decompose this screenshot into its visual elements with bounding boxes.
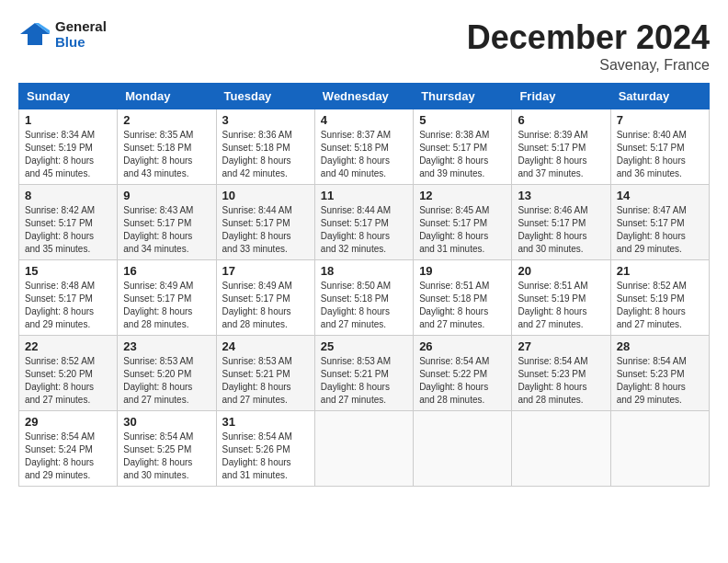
day-number: 24: [222, 339, 309, 353]
day-number: 27: [518, 339, 604, 353]
table-row: 28Sunrise: 8:54 AMSunset: 5:23 PMDayligh…: [610, 336, 709, 411]
logo-text: General Blue: [55, 18, 107, 50]
table-row: [512, 411, 610, 487]
day-detail: Sunrise: 8:47 AMSunset: 5:17 PMDaylight:…: [617, 204, 703, 256]
day-detail: Sunrise: 8:53 AMSunset: 5:20 PMDaylight:…: [123, 355, 210, 407]
table-row: 29Sunrise: 8:54 AMSunset: 5:24 PMDayligh…: [19, 411, 118, 487]
day-detail: Sunrise: 8:54 AMSunset: 5:23 PMDaylight:…: [518, 355, 604, 407]
calendar-table: Sunday Monday Tuesday Wednesday Thursday…: [18, 83, 710, 487]
day-number: 9: [123, 189, 210, 202]
day-detail: Sunrise: 8:49 AMSunset: 5:17 PMDaylight:…: [222, 280, 309, 331]
table-row: 26Sunrise: 8:54 AMSunset: 5:22 PMDayligh…: [414, 336, 512, 411]
table-row: 12Sunrise: 8:45 AMSunset: 5:17 PMDayligh…: [414, 185, 512, 260]
table-row: [414, 411, 512, 487]
table-row: 27Sunrise: 8:54 AMSunset: 5:23 PMDayligh…: [512, 336, 610, 411]
table-row: 9Sunrise: 8:43 AMSunset: 5:17 PMDaylight…: [118, 185, 216, 260]
col-tuesday: Tuesday: [216, 84, 314, 109]
day-detail: Sunrise: 8:51 AMSunset: 5:19 PMDaylight:…: [518, 280, 604, 331]
day-number: 4: [321, 113, 407, 127]
table-row: 7Sunrise: 8:40 AMSunset: 5:17 PMDaylight…: [610, 109, 709, 185]
table-row: [314, 411, 413, 487]
day-number: 20: [518, 264, 604, 278]
col-saturday: Saturday: [610, 84, 709, 109]
table-row: 17Sunrise: 8:49 AMSunset: 5:17 PMDayligh…: [216, 260, 314, 336]
calendar-week-row: 15Sunrise: 8:48 AMSunset: 5:17 PMDayligh…: [19, 260, 710, 336]
day-number: 26: [419, 339, 506, 353]
day-detail: Sunrise: 8:54 AMSunset: 5:26 PMDaylight:…: [222, 431, 309, 482]
day-number: 12: [419, 189, 506, 202]
table-row: 4Sunrise: 8:37 AMSunset: 5:18 PMDaylight…: [314, 109, 413, 185]
table-row: 23Sunrise: 8:53 AMSunset: 5:20 PMDayligh…: [118, 336, 216, 411]
day-detail: Sunrise: 8:51 AMSunset: 5:18 PMDaylight:…: [419, 280, 506, 331]
table-row: 18Sunrise: 8:50 AMSunset: 5:18 PMDayligh…: [314, 260, 413, 336]
day-detail: Sunrise: 8:40 AMSunset: 5:17 PMDaylight:…: [617, 129, 703, 180]
day-detail: Sunrise: 8:46 AMSunset: 5:17 PMDaylight:…: [518, 204, 604, 256]
day-number: 18: [321, 264, 407, 278]
table-row: 8Sunrise: 8:42 AMSunset: 5:17 PMDaylight…: [19, 185, 118, 260]
col-monday: Monday: [118, 84, 216, 109]
day-detail: Sunrise: 8:45 AMSunset: 5:17 PMDaylight:…: [419, 204, 506, 256]
day-detail: Sunrise: 8:42 AMSunset: 5:17 PMDaylight:…: [25, 204, 111, 256]
logo-icon: [18, 21, 51, 47]
table-row: 16Sunrise: 8:49 AMSunset: 5:17 PMDayligh…: [118, 260, 216, 336]
table-row: 14Sunrise: 8:47 AMSunset: 5:17 PMDayligh…: [610, 185, 709, 260]
day-number: 19: [419, 264, 506, 278]
day-number: 6: [518, 113, 604, 127]
logo: General Blue: [18, 18, 107, 50]
table-row: 13Sunrise: 8:46 AMSunset: 5:17 PMDayligh…: [512, 185, 610, 260]
day-number: 22: [25, 339, 111, 353]
table-row: 2Sunrise: 8:35 AMSunset: 5:18 PMDaylight…: [118, 109, 216, 185]
page-header: General Blue December 2024 Savenay, Fran…: [18, 18, 710, 74]
day-detail: Sunrise: 8:48 AMSunset: 5:17 PMDaylight:…: [25, 280, 111, 331]
table-row: 11Sunrise: 8:44 AMSunset: 5:17 PMDayligh…: [314, 185, 413, 260]
day-detail: Sunrise: 8:52 AMSunset: 5:20 PMDaylight:…: [25, 355, 111, 407]
col-wednesday: Wednesday: [314, 84, 413, 109]
day-detail: Sunrise: 8:38 AMSunset: 5:17 PMDaylight:…: [419, 129, 506, 180]
day-number: 21: [617, 264, 703, 278]
table-row: 20Sunrise: 8:51 AMSunset: 5:19 PMDayligh…: [512, 260, 610, 336]
calendar-header-row: Sunday Monday Tuesday Wednesday Thursday…: [19, 84, 710, 109]
col-friday: Friday: [512, 84, 610, 109]
table-row: 15Sunrise: 8:48 AMSunset: 5:17 PMDayligh…: [19, 260, 118, 336]
day-detail: Sunrise: 8:52 AMSunset: 5:19 PMDaylight:…: [617, 280, 703, 331]
table-row: 1Sunrise: 8:34 AMSunset: 5:19 PMDaylight…: [19, 109, 118, 185]
calendar-week-row: 8Sunrise: 8:42 AMSunset: 5:17 PMDaylight…: [19, 185, 710, 260]
day-number: 5: [419, 113, 506, 127]
day-number: 11: [321, 189, 407, 202]
day-detail: Sunrise: 8:43 AMSunset: 5:17 PMDaylight:…: [123, 204, 210, 256]
day-detail: Sunrise: 8:36 AMSunset: 5:18 PMDaylight:…: [222, 129, 309, 180]
month-title: December 2024: [467, 18, 710, 57]
table-row: 21Sunrise: 8:52 AMSunset: 5:19 PMDayligh…: [610, 260, 709, 336]
table-row: 24Sunrise: 8:53 AMSunset: 5:21 PMDayligh…: [216, 336, 314, 411]
calendar-week-row: 1Sunrise: 8:34 AMSunset: 5:19 PMDaylight…: [19, 109, 710, 185]
day-detail: Sunrise: 8:54 AMSunset: 5:25 PMDaylight:…: [123, 431, 210, 482]
day-number: 29: [25, 415, 111, 429]
day-number: 31: [222, 415, 309, 429]
table-row: 10Sunrise: 8:44 AMSunset: 5:17 PMDayligh…: [216, 185, 314, 260]
day-number: 28: [617, 339, 703, 353]
day-number: 3: [222, 113, 309, 127]
table-row: 5Sunrise: 8:38 AMSunset: 5:17 PMDaylight…: [414, 109, 512, 185]
day-detail: Sunrise: 8:37 AMSunset: 5:18 PMDaylight:…: [321, 129, 407, 180]
table-row: 30Sunrise: 8:54 AMSunset: 5:25 PMDayligh…: [118, 411, 216, 487]
day-detail: Sunrise: 8:54 AMSunset: 5:24 PMDaylight:…: [25, 431, 111, 482]
day-number: 7: [617, 113, 703, 127]
table-row: 22Sunrise: 8:52 AMSunset: 5:20 PMDayligh…: [19, 336, 118, 411]
day-number: 1: [25, 113, 111, 127]
day-number: 23: [123, 339, 210, 353]
day-number: 14: [617, 189, 703, 202]
day-detail: Sunrise: 8:53 AMSunset: 5:21 PMDaylight:…: [321, 355, 407, 407]
table-row: 31Sunrise: 8:54 AMSunset: 5:26 PMDayligh…: [216, 411, 314, 487]
day-detail: Sunrise: 8:49 AMSunset: 5:17 PMDaylight:…: [123, 280, 210, 331]
day-number: 8: [25, 189, 111, 202]
svg-marker-0: [20, 23, 50, 45]
calendar-week-row: 29Sunrise: 8:54 AMSunset: 5:24 PMDayligh…: [19, 411, 710, 487]
table-row: 25Sunrise: 8:53 AMSunset: 5:21 PMDayligh…: [314, 336, 413, 411]
table-row: 6Sunrise: 8:39 AMSunset: 5:17 PMDaylight…: [512, 109, 610, 185]
location-subtitle: Savenay, France: [467, 57, 710, 74]
col-sunday: Sunday: [19, 84, 118, 109]
day-number: 15: [25, 264, 111, 278]
table-row: 3Sunrise: 8:36 AMSunset: 5:18 PMDaylight…: [216, 109, 314, 185]
day-number: 2: [123, 113, 210, 127]
day-detail: Sunrise: 8:53 AMSunset: 5:21 PMDaylight:…: [222, 355, 309, 407]
